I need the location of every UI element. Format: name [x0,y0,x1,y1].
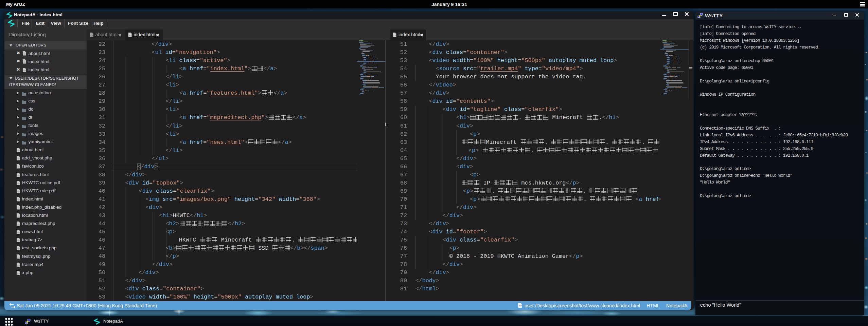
svg-text:<>: <> [17,231,20,234]
svg-text:<>: <> [17,239,20,242]
svg-text:<>: <> [17,207,20,209]
svg-text:<>: <> [17,264,20,267]
svg-text:<>: <> [23,53,26,55]
svg-text:<>: <> [393,34,396,37]
svg-text:<>: <> [17,248,20,250]
svg-text:<>: <> [17,199,20,201]
svg-text:<>: <> [17,223,20,226]
svg-text:<>: <> [17,183,20,185]
svg-text:<>: <> [17,150,20,152]
svg-text:<>: <> [17,158,20,160]
svg-text:<>: <> [17,166,20,168]
svg-text:<>: <> [17,215,20,217]
svg-text:<>: <> [129,34,131,37]
svg-text:<>: <> [90,34,93,37]
svg-text:<>: <> [17,174,20,176]
svg-text:<>: <> [17,191,20,193]
svg-text:<>: <> [17,272,20,275]
svg-text:<>: <> [519,305,521,307]
svg-text:<>: <> [23,61,26,63]
svg-text:<>: <> [17,256,20,258]
svg-text:<>: <> [23,70,26,72]
